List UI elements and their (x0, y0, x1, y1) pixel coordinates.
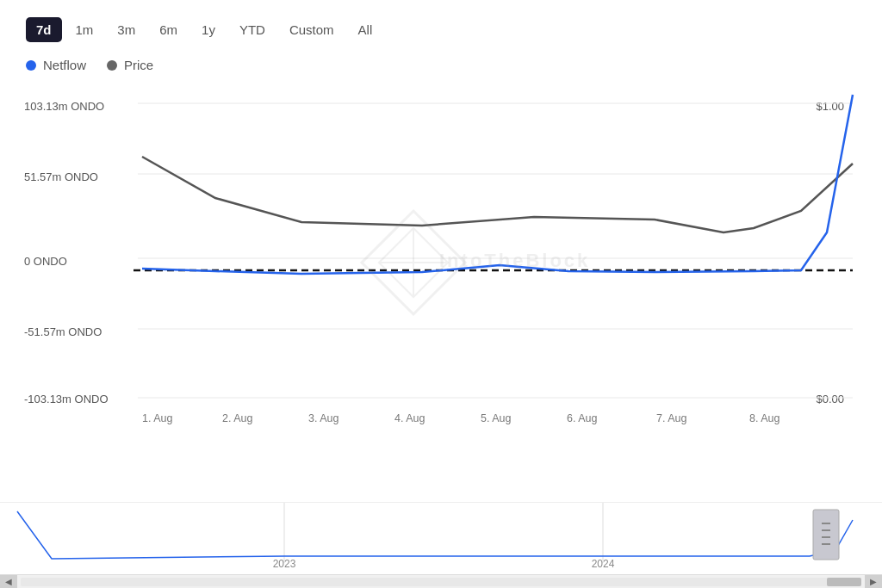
y-label-mid-lower-left: -51.57m ONDO (24, 325, 102, 338)
chart-area: 103.13m ONDO 51.57m ONDO 0 ONDO -51.57m … (0, 77, 882, 502)
netflow-legend-item: Netflow (26, 58, 86, 72)
time-btn-3m[interactable]: 3m (107, 17, 146, 42)
mini-bg (0, 503, 882, 575)
x-label-8aug: 8. Aug (749, 412, 780, 424)
x-label-2aug: 2. Aug (222, 412, 252, 424)
netflow-line (142, 95, 853, 274)
time-btn-1m[interactable]: 1m (65, 17, 104, 42)
time-range-bar: 7d1m3m6m1yYTDCustomAll (0, 0, 882, 51)
scrollbar-thumb[interactable] (827, 578, 861, 586)
y-label-mid-upper-left: 51.57m ONDO (24, 170, 98, 183)
scroll-right-arrow[interactable]: ▶ (865, 575, 882, 589)
price-legend-item: Price (107, 58, 153, 72)
main-chart-svg: 103.13m ONDO 51.57m ONDO 0 ONDO -51.57m … (0, 77, 882, 448)
watermark-text: IntoTheBlock (439, 250, 590, 271)
time-btn-6m[interactable]: 6m (149, 17, 188, 42)
x-label-1aug: 1. Aug (142, 412, 172, 424)
x-label-6aug: 6. Aug (567, 412, 597, 424)
scroll-left-arrow[interactable]: ◀ (0, 575, 17, 589)
time-btn-7d[interactable]: 7d (26, 17, 62, 42)
y-label-bottom-right: $0.00 (816, 393, 844, 405)
x-label-4aug: 4. Aug (394, 412, 425, 424)
netflow-legend-label: Netflow (43, 58, 86, 72)
netflow-legend-dot (26, 60, 36, 71)
x-label-3aug: 3. Aug (308, 412, 339, 424)
price-legend-dot (107, 60, 117, 71)
scrollbar-track[interactable] (21, 578, 861, 586)
mini-year-2024: 2024 (592, 558, 615, 570)
time-btn-custom[interactable]: Custom (279, 17, 345, 42)
time-btn-all[interactable]: All (348, 17, 383, 42)
mini-drag-handle[interactable] (813, 510, 839, 560)
main-container: 7d1m3m6m1yYTDCustomAll Netflow Price 103… (0, 0, 882, 588)
y-label-bottom-left: -103.13m ONDO (24, 393, 109, 405)
x-label-7aug: 7. Aug (656, 412, 686, 424)
y-label-top-left: 103.13m ONDO (24, 100, 104, 113)
time-btn-1y[interactable]: 1y (191, 17, 226, 42)
price-legend-label: Price (124, 58, 153, 72)
mini-chart-svg: 2023 2024 (0, 503, 882, 575)
y-label-zero-left: 0 ONDO (24, 255, 67, 268)
price-line (142, 157, 853, 232)
y-label-top-right: $1.00 (816, 100, 844, 113)
mini-scrollbar: ◀ ▶ (0, 574, 882, 588)
mini-chart-container: 2023 2024 ◀ ▶ (0, 502, 882, 588)
mini-year-2023: 2023 (273, 558, 296, 570)
x-label-5aug: 5. Aug (481, 412, 511, 424)
legend: Netflow Price (0, 51, 882, 77)
time-btn-ytd[interactable]: YTD (229, 17, 276, 42)
